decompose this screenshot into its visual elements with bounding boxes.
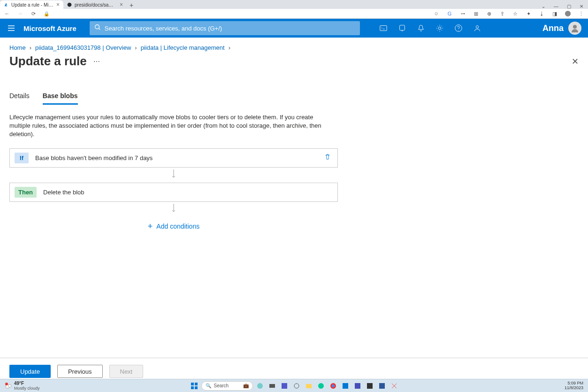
svg-point-10 — [8, 384, 11, 387]
extensions-icon[interactable]: ✦ — [525, 10, 532, 17]
then-action-text: Delete the blob — [43, 189, 333, 196]
notifications-icon[interactable] — [416, 23, 426, 33]
help-icon[interactable] — [454, 23, 463, 33]
back-icon[interactable]: ← — [4, 10, 10, 17]
key-icon[interactable]: ⊶ — [459, 10, 466, 17]
previous-button[interactable]: Previous — [57, 365, 103, 378]
taskbar-app-edge[interactable] — [316, 381, 326, 391]
taskbar-app-word[interactable] — [377, 381, 387, 391]
install-icon[interactable]: ⊞ — [473, 10, 479, 17]
if-badge: If — [15, 153, 29, 163]
breadcrumb-lifecycle[interactable]: piidata | Lifecycle management — [141, 44, 225, 51]
close-blade-icon[interactable]: ✕ — [572, 56, 579, 67]
global-search[interactable] — [90, 21, 360, 35]
taskbar-app-taskview[interactable] — [267, 381, 277, 391]
more-icon[interactable]: ⋯ — [93, 58, 100, 65]
cloud-shell-icon[interactable] — [379, 23, 388, 33]
download-icon[interactable]: ⭳ — [538, 10, 545, 17]
close-window-icon[interactable]: ✕ — [580, 4, 583, 9]
taskbar-app-outlook[interactable] — [340, 381, 351, 391]
lock-icon[interactable]: 🔒 — [43, 10, 50, 17]
delete-condition-icon[interactable] — [324, 154, 331, 162]
azure-brand[interactable]: Microsoft Azure — [23, 24, 76, 32]
maximize-icon[interactable]: ▢ — [567, 4, 571, 9]
chevron-right-icon: › — [227, 44, 232, 51]
svg-point-16 — [257, 383, 263, 389]
svg-point-23 — [332, 384, 335, 387]
taskbar-app-explorer[interactable] — [304, 381, 314, 391]
window-controls: ⌄ ― ▢ ✕ — [537, 4, 588, 9]
taskbar-app-snip[interactable] — [389, 381, 399, 391]
settings-icon[interactable] — [435, 23, 444, 33]
azure-favicon — [4, 2, 8, 7]
menu-icon[interactable]: ⋮ — [578, 10, 584, 17]
feedback-icon[interactable] — [473, 23, 482, 33]
minimize-icon[interactable]: ― — [554, 4, 558, 9]
chevron-right-icon: › — [133, 44, 138, 51]
svg-point-6 — [455, 25, 462, 31]
user-name: Anna — [542, 23, 564, 33]
close-tab-icon[interactable]: × — [56, 2, 60, 7]
arrow-down-icon — [9, 202, 338, 217]
sidepanel-icon[interactable]: ◨ — [551, 10, 558, 17]
reload-icon[interactable]: ⟳ — [30, 10, 37, 17]
svg-point-0 — [68, 3, 72, 7]
browser-tab-strip: Update a rule - Microsoft Azure × presid… — [0, 0, 588, 9]
breadcrumb-home[interactable]: Home — [9, 44, 26, 51]
svg-rect-13 — [195, 383, 198, 385]
windows-taskbar: 49°F Mostly cloudy 🔍 Search 💼 5:09 PM 11… — [0, 379, 588, 392]
copilot-icon[interactable] — [397, 23, 407, 33]
taskbar-app-settings[interactable] — [291, 381, 302, 391]
new-tab-button[interactable]: + — [127, 1, 136, 9]
bookmark-icon[interactable]: ☆ — [512, 10, 519, 17]
tab-title: presidio/docs/samples/deploy — [75, 2, 117, 8]
svg-rect-15 — [195, 386, 198, 389]
taskbar-app-terminal[interactable] — [365, 381, 375, 391]
breadcrumb: Home › piidata_1699463031798 | Overview … — [0, 38, 588, 54]
add-conditions-button[interactable]: + Add conditions — [9, 217, 338, 236]
rule-tabs: Details Base blobs — [0, 92, 588, 105]
weather-desc: Mostly cloudy — [14, 386, 40, 391]
if-condition-block[interactable]: If Base blobs haven't been modified in 7… — [9, 148, 338, 168]
zoom-icon[interactable]: ⊕ — [486, 10, 492, 17]
taskbar-app-chrome[interactable] — [328, 381, 338, 391]
svg-point-21 — [318, 383, 324, 389]
update-button[interactable]: Update — [9, 365, 51, 378]
then-action-block[interactable]: Then Delete the blob — [9, 183, 338, 202]
svg-point-11 — [5, 383, 8, 385]
forward-icon[interactable]: → — [17, 10, 23, 17]
chevron-down-icon[interactable]: ⌄ — [542, 4, 545, 9]
taskbar-app-teams[interactable] — [279, 381, 290, 391]
taskbar-app-copilot[interactable] — [255, 381, 265, 391]
lifecycle-description: Lifecycle management uses your rules to … — [0, 105, 338, 148]
taskbar-app-teams2[interactable] — [352, 381, 363, 391]
add-conditions-label: Add conditions — [156, 223, 199, 230]
taskbar-clock[interactable]: 5:09 PM 11/8/2023 — [565, 381, 583, 391]
translate-icon[interactable]: ⊙ — [433, 10, 440, 17]
search-input[interactable] — [105, 25, 355, 32]
close-tab-icon[interactable]: × — [120, 2, 123, 7]
share-icon[interactable]: ⇪ — [499, 10, 505, 17]
next-button: Next — [109, 365, 144, 378]
svg-rect-26 — [367, 383, 373, 389]
browser-tab-github[interactable]: presidio/docs/samples/deploy × — [63, 0, 127, 9]
user-menu[interactable]: Anna — [542, 22, 581, 35]
taskbar-weather[interactable]: 49°F Mostly cloudy — [5, 381, 40, 391]
breadcrumb-storage[interactable]: piidata_1699463031798 | Overview — [35, 44, 131, 51]
svg-rect-3 — [380, 26, 387, 31]
tab-details[interactable]: Details — [9, 92, 30, 105]
svg-rect-24 — [343, 383, 348, 389]
profile-icon[interactable] — [565, 10, 571, 17]
browser-tab-azure[interactable]: Update a rule - Microsoft Azure × — [0, 0, 63, 9]
svg-rect-12 — [191, 383, 194, 385]
google-account-icon[interactable]: G — [446, 10, 453, 17]
browser-address-bar: ← → ⟳ 🔒 ⊙ G ⊶ ⊞ ⊕ ⇪ ☆ ✦ ⭳ ◨ ⋮ — [0, 9, 588, 19]
briefcase-icon: 💼 — [243, 383, 249, 388]
then-badge: Then — [15, 187, 37, 198]
hamburger-icon[interactable] — [7, 23, 16, 33]
svg-point-7 — [476, 26, 478, 28]
tab-base-blobs[interactable]: Base blobs — [43, 92, 78, 105]
taskbar-date: 11/8/2023 — [565, 386, 583, 391]
taskbar-search[interactable]: 🔍 Search 💼 — [201, 381, 253, 391]
start-icon[interactable] — [189, 381, 199, 391]
